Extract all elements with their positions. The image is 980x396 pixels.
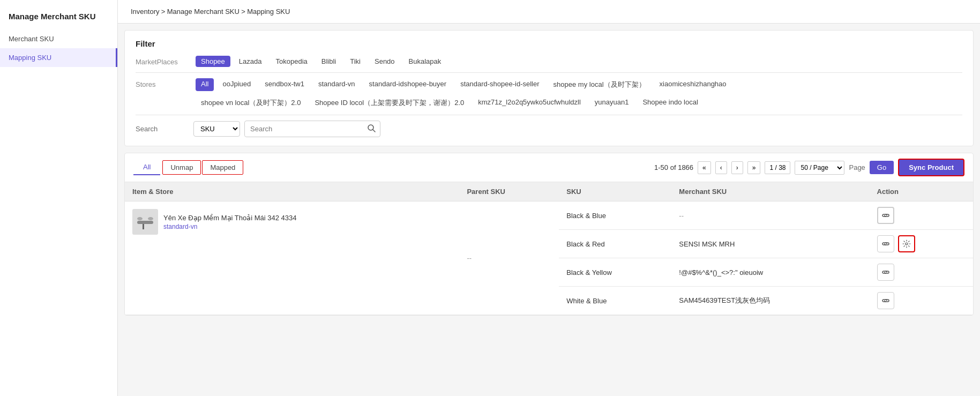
last-page-btn[interactable]: » bbox=[747, 161, 761, 174]
col-merchant-sku: Merchant SKU bbox=[671, 182, 869, 201]
pagination-range: 1-50 of 1866 bbox=[654, 163, 693, 171]
breadcrumb-manage: Manage Merchant SKU bbox=[167, 8, 240, 16]
item-name: Yên Xe Đạp Mềm Mại Thoải Mái 342 4334 bbox=[163, 214, 297, 222]
data-table: Item & Store Parent SKU SKU Merchant SKU… bbox=[125, 182, 973, 315]
per-page-select[interactable]: 50 / Page 100 / Page 200 / Page bbox=[795, 161, 844, 175]
link-action-btn-blue[interactable] bbox=[877, 207, 894, 224]
action-cell-yellow bbox=[870, 258, 973, 287]
stores-filter-row2: shopee vn local（及时下架）2.0 Shopee ID locol… bbox=[136, 96, 962, 109]
svg-point-5 bbox=[148, 217, 153, 220]
store-shopee-my-local[interactable]: shopee my local（及时下架） bbox=[548, 78, 651, 91]
table-row: Yên Xe Đạp Mềm Mại Thoải Mái 342 4334 st… bbox=[125, 201, 973, 230]
marketplace-shopee[interactable]: Shopee bbox=[196, 56, 230, 67]
item-store-cell: Yên Xe Đạp Mềm Mại Thoải Mái 342 4334 st… bbox=[125, 201, 459, 315]
marketplace-filter-row: MarketPlaces Shopee Lazada Tokopedia Bli… bbox=[136, 56, 962, 67]
store-all[interactable]: All bbox=[196, 78, 214, 91]
item-image bbox=[132, 209, 158, 235]
parent-sku-cell: -- bbox=[459, 201, 559, 315]
go-button[interactable]: Go bbox=[870, 161, 894, 174]
breadcrumb-inventory: Inventory bbox=[131, 8, 159, 16]
sku-cell-blue: Black & Blue bbox=[559, 201, 671, 230]
svg-rect-3 bbox=[143, 224, 144, 229]
store-shopee-indo-local[interactable]: Shopee indo local bbox=[637, 96, 703, 109]
search-button[interactable] bbox=[363, 121, 380, 137]
store-yunayuan1[interactable]: yunayuan1 bbox=[589, 96, 634, 109]
link-action-btn-yellow[interactable] bbox=[877, 264, 894, 281]
sidebar-item-mapping-sku[interactable]: Mapping SKU bbox=[0, 48, 117, 67]
filter-title: Filter bbox=[136, 39, 962, 48]
link-action-btn-white-blue[interactable] bbox=[877, 292, 894, 309]
store-oojpiued[interactable]: ooJpiued bbox=[217, 78, 256, 91]
table-header: Item & Store Parent SKU SKU Merchant SKU… bbox=[125, 182, 973, 201]
store-shopee-vn-local[interactable]: shopee vn local（及时下架）2.0 bbox=[196, 96, 306, 109]
filter-section: Filter MarketPlaces Shopee Lazada Tokope… bbox=[124, 30, 974, 146]
search-label: Search bbox=[136, 125, 189, 133]
breadcrumb-sep1: > bbox=[161, 8, 166, 16]
marketplace-sendo[interactable]: Sendo bbox=[369, 56, 400, 67]
tab-unmap[interactable]: Unmap bbox=[162, 160, 201, 175]
action-cell-blue bbox=[870, 201, 973, 230]
store-standard-idshopee-buyer[interactable]: standard-idshopee-buyer bbox=[364, 78, 452, 91]
breadcrumb: Inventory > Manage Merchant SKU > Mappin… bbox=[118, 0, 980, 24]
marketplace-lazada[interactable]: Lazada bbox=[234, 56, 267, 67]
breadcrumb-mapping: Mapping SKU bbox=[247, 8, 290, 16]
prev-page-btn[interactable]: ‹ bbox=[715, 161, 727, 174]
merchant-sku-red: SENSI MSK MRH bbox=[671, 230, 869, 258]
sidebar-item-merchant-sku[interactable]: Merchant SKU bbox=[0, 29, 117, 48]
next-page-btn[interactable]: › bbox=[731, 161, 743, 174]
tab-mapped[interactable]: Mapped bbox=[202, 160, 243, 175]
gear-action-btn-red[interactable] bbox=[898, 235, 915, 252]
search-input[interactable] bbox=[245, 122, 363, 136]
store-kmz71z[interactable]: kmz71z_l2o2q5ywko5ucfwhuldzll bbox=[473, 96, 586, 109]
sku-cell-white-blue: White & Blue bbox=[559, 287, 671, 315]
merchant-sku-white-blue: SAM454639TEST浅灰色均码 bbox=[671, 287, 869, 315]
merchant-sku-yellow: !@#$%^&*()_<>?:" oieuoiw bbox=[671, 258, 869, 287]
stores-values: All ooJpiued sendbox-tw1 standard-vn sta… bbox=[196, 78, 962, 91]
table-body: Yên Xe Đạp Mềm Mại Thoải Mái 342 4334 st… bbox=[125, 201, 973, 315]
stores-label: Stores bbox=[136, 78, 189, 88]
store-sendbox-tw1[interactable]: sendbox-tw1 bbox=[259, 78, 310, 91]
merchant-sku-blue: -- bbox=[671, 201, 869, 230]
marketplace-label: MarketPlaces bbox=[136, 56, 189, 66]
tabs-row: All Unmap Mapped 1-50 of 1866 « ‹ › » 1 … bbox=[125, 153, 973, 182]
tabs-container: All Unmap Mapped bbox=[133, 160, 243, 175]
svg-line-1 bbox=[373, 130, 375, 132]
tab-all[interactable]: All bbox=[133, 160, 160, 175]
col-action: Action bbox=[870, 182, 973, 201]
stores-filter-row: Stores All ooJpiued sendbox-tw1 standard… bbox=[136, 78, 962, 91]
table-area: All Unmap Mapped 1-50 of 1866 « ‹ › » 1 … bbox=[124, 153, 974, 316]
store-xiaomiceshizhanghao[interactable]: xiaomiceshizhanghao bbox=[654, 78, 732, 91]
page-label: Page bbox=[849, 163, 865, 171]
sku-cell-yellow: Black & Yellow bbox=[559, 258, 671, 287]
action-cell-white-blue bbox=[870, 287, 973, 315]
item-store: standard-vn bbox=[163, 223, 297, 230]
svg-rect-2 bbox=[137, 221, 153, 224]
main-content: Inventory > Manage Merchant SKU > Mappin… bbox=[118, 0, 980, 396]
col-item-store: Item & Store bbox=[125, 182, 459, 201]
stores-values2: shopee vn local（及时下架）2.0 Shopee ID locol… bbox=[196, 96, 962, 109]
marketplace-tokopedia[interactable]: Tokopedia bbox=[270, 56, 312, 67]
sidebar: Manage Merchant SKU Merchant SKU Mapping… bbox=[0, 0, 118, 396]
sync-product-button[interactable]: Sync Product bbox=[898, 159, 964, 176]
marketplace-values: Shopee Lazada Tokopedia Blibli Tiki Send… bbox=[196, 56, 962, 67]
search-input-wrap bbox=[244, 121, 380, 137]
right-controls: 1-50 of 1866 « ‹ › » 1 / 38 50 / Page 10… bbox=[654, 159, 964, 176]
store-shopee-id-locol[interactable]: Shopee ID locol（上架需要及时下架，谢谢）2.0 bbox=[309, 96, 469, 109]
search-type-select[interactable]: SKU Name Barcode bbox=[193, 121, 240, 137]
link-action-btn-red[interactable] bbox=[877, 235, 894, 252]
marketplace-blibli[interactable]: Blibli bbox=[316, 56, 341, 67]
first-page-btn[interactable]: « bbox=[698, 161, 711, 174]
sidebar-title: Manage Merchant SKU bbox=[0, 5, 117, 29]
col-parent-sku: Parent SKU bbox=[459, 182, 559, 201]
store-standard-shopee-id-seller[interactable]: standard-shopee-id-seller bbox=[455, 78, 544, 91]
marketplace-bukalapak[interactable]: Bukalapak bbox=[403, 56, 447, 67]
col-sku: SKU bbox=[559, 182, 671, 201]
store-standard-vn[interactable]: standard-vn bbox=[313, 78, 361, 91]
page-current: 1 / 38 bbox=[765, 161, 790, 174]
svg-point-4 bbox=[137, 217, 143, 220]
sku-cell-red: Black & Red bbox=[559, 230, 671, 258]
action-cell-red bbox=[870, 230, 973, 258]
search-row: Search SKU Name Barcode bbox=[136, 121, 962, 137]
marketplace-tiki[interactable]: Tiki bbox=[345, 56, 366, 67]
breadcrumb-sep2: > bbox=[241, 8, 245, 16]
